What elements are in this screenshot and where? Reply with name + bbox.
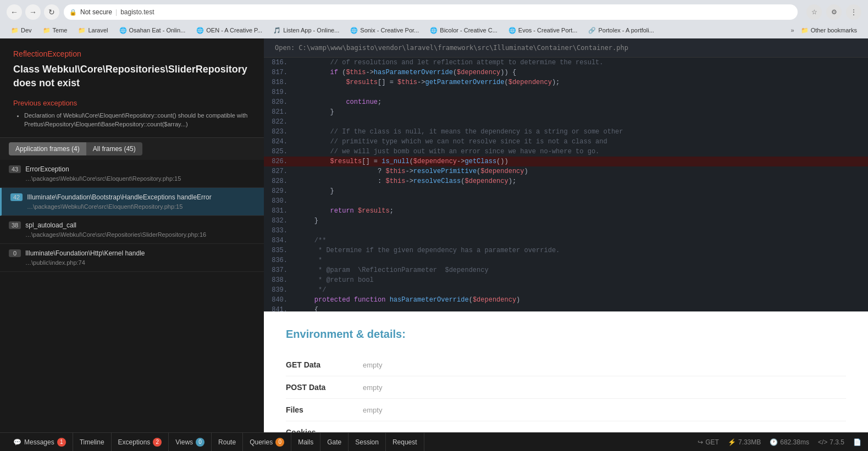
stack-frame-42[interactable]: 42 Illuminate\Foundation\Bootstrap\Handl…: [0, 188, 264, 216]
line-number: 819.: [264, 87, 294, 97]
code-line: 827. ? $this->resolvePrimitive($dependen…: [264, 166, 868, 176]
code-line: 839. */: [264, 285, 868, 295]
env-value: empty: [363, 361, 382, 369]
line-code: $results[] = is_null($dependency->getCla…: [294, 157, 513, 166]
previous-exceptions-label: Previous exceptions: [13, 99, 251, 107]
bookmark-osahan[interactable]: 🌐 Osahan Eat - Onlin...: [115, 25, 190, 35]
bookmark-sonix[interactable]: 🌐 Sonix - Creative Por...: [346, 25, 423, 35]
line-number: 816.: [264, 58, 294, 68]
frame-number: 38: [9, 221, 21, 229]
bookmark-label: Evos - Creative Port...: [518, 27, 578, 34]
bookmark-listen[interactable]: 🎵 Listen App - Online...: [269, 25, 344, 35]
toolbar-exceptions[interactable]: Exceptions 2: [112, 433, 169, 451]
code-line: 831. return $results;: [264, 206, 868, 216]
folder-icon: 📁: [43, 26, 51, 34]
bookmark-label: Dev: [21, 27, 32, 34]
bookmark-oen[interactable]: 🌐 OEN - A Creative P...: [192, 25, 267, 35]
line-number: 835.: [264, 246, 294, 255]
toolbar-session[interactable]: Session: [349, 433, 386, 451]
code-line: 828. : $this->resolveClass($dependency);: [264, 176, 868, 186]
env-key: GET Data: [286, 360, 363, 369]
toolbar-route[interactable]: Route: [212, 433, 243, 451]
main-content: ReflectionException Class Webkul\Core\Re…: [0, 38, 868, 432]
nav-forward-button[interactable]: →: [25, 4, 41, 20]
code-line: 833.: [264, 226, 868, 236]
globe-icon: 🌐: [430, 26, 438, 34]
frame-class: Illuminate\Foundation\Http\Kernel handle: [25, 249, 145, 257]
line-code: // of resolutions and let reflection att…: [294, 58, 608, 68]
bookmark-evos[interactable]: 🌐 Evos - Creative Port...: [504, 25, 582, 35]
code-line: 840. protected function hasParameterOver…: [264, 295, 868, 305]
star-button[interactable]: ☆: [806, 4, 822, 20]
toolbar-timeline[interactable]: Timeline: [73, 433, 112, 451]
toolbar-mails[interactable]: Mails: [291, 433, 320, 451]
stack-frame-38[interactable]: 38 spl_autoload_call …\packages\Webkul\C…: [0, 216, 264, 244]
stack-frame-43[interactable]: 43 ErrorException …\packages\Webkul\Core…: [0, 160, 264, 188]
line-number: 820.: [264, 97, 294, 107]
line-number: 818.: [264, 77, 294, 87]
toolbar-label: Mails: [298, 438, 313, 446]
line-number: 826.: [264, 157, 294, 166]
toolbar-views[interactable]: Views 0: [169, 433, 212, 451]
app-frames-button[interactable]: Application frames (4): [9, 142, 86, 155]
stack-frame-0[interactable]: 0 Illuminate\Foundation\Http\Kernel hand…: [0, 244, 264, 272]
line-number: 840.: [264, 295, 294, 305]
toolbar-request[interactable]: Request: [386, 433, 424, 451]
toolbar-gate[interactable]: Gate: [320, 433, 349, 451]
url-divider: |: [115, 8, 117, 16]
frame-path: …\public\index.php:74: [25, 259, 255, 266]
music-icon: 🎵: [273, 26, 281, 34]
all-frames-button[interactable]: All frames (45): [86, 142, 142, 155]
bookmark-label: Laravel: [88, 27, 108, 34]
frame-class: spl_autoload_call: [25, 221, 76, 229]
views-badge: 0: [196, 438, 204, 447]
prev-exception-item: Declaration of Webkul\Core\Eloquent\Repo…: [24, 112, 251, 129]
stack-frames: 43 ErrorException …\packages\Webkul\Core…: [0, 160, 264, 432]
memory-icon: ⚡: [728, 438, 736, 446]
line-code: }: [294, 107, 339, 117]
line-number: 830.: [264, 196, 294, 206]
nav-back-button[interactable]: ←: [7, 4, 22, 20]
frame-path: …\packages\Webkul\Core\src\Repositories\…: [25, 231, 255, 238]
code-line: 822.: [264, 117, 868, 127]
toolbar-config-icon[interactable]: 📄: [853, 438, 861, 446]
line-number: 841.: [264, 305, 294, 311]
toolbar-label: Views: [175, 438, 193, 446]
line-code: $results[] = $this->getParameterOverride…: [294, 77, 564, 87]
bookmark-label: Sonix - Creative Por...: [360, 27, 419, 34]
line-number: 832.: [264, 216, 294, 226]
bookmark-portolex[interactable]: 🔗 Portolex - A portfoli...: [584, 25, 659, 35]
bookmark-laravel[interactable]: 📁 Laravel: [74, 25, 112, 35]
toolbar-method: ↪ GET: [698, 438, 719, 446]
menu-button[interactable]: ⋮: [846, 4, 861, 20]
line-number: 836.: [264, 255, 294, 265]
line-code: ? $this->resolvePrimitive($dependency): [294, 166, 533, 176]
extensions-button[interactable]: ⚙: [826, 4, 842, 20]
folder-icon: 📁: [78, 26, 86, 34]
line-code: protected function hasParameterOverride(…: [294, 295, 524, 305]
toolbar-queries[interactable]: Queries 0: [243, 433, 291, 451]
line-number: 838.: [264, 275, 294, 285]
toolbar-messages[interactable]: 💬 Messages 1: [7, 433, 73, 451]
nav-reload-button[interactable]: ↻: [44, 4, 59, 20]
line-code: * Determine if the given dependency has …: [294, 246, 564, 255]
bookmarks-more-button[interactable]: »: [791, 27, 794, 34]
frame-number: 43: [9, 165, 21, 173]
line-code: return $results;: [294, 206, 398, 216]
bookmark-teme[interactable]: 📁 Teme: [38, 25, 72, 35]
toolbar-memory: ⚡ 7.33MB: [728, 438, 761, 446]
folder-icon: 📁: [11, 26, 19, 34]
code-line: 824. // primitive type which we can not …: [264, 137, 868, 147]
env-row-post: POST Data empty: [286, 376, 846, 399]
globe-icon: 🌐: [508, 26, 516, 34]
clock-icon: 🕐: [770, 438, 778, 446]
address-bar[interactable]: 🔒 Not secure | bagisto.test: [64, 4, 798, 20]
exception-header: ReflectionException Class Webkul\Core\Re…: [0, 38, 264, 137]
code-line: 821. }: [264, 107, 868, 117]
bookmark-dev[interactable]: 📁 Dev: [7, 25, 36, 35]
line-number: 831.: [264, 206, 294, 216]
messages-badge: 1: [57, 438, 66, 447]
other-bookmarks[interactable]: 📁 Other bookmarks: [797, 25, 861, 35]
bookmark-bicolor[interactable]: 🌐 Bicolor - Creative C...: [425, 25, 502, 35]
exception-message: Class Webkul\Core\Repositories\SliderRep…: [13, 63, 251, 90]
